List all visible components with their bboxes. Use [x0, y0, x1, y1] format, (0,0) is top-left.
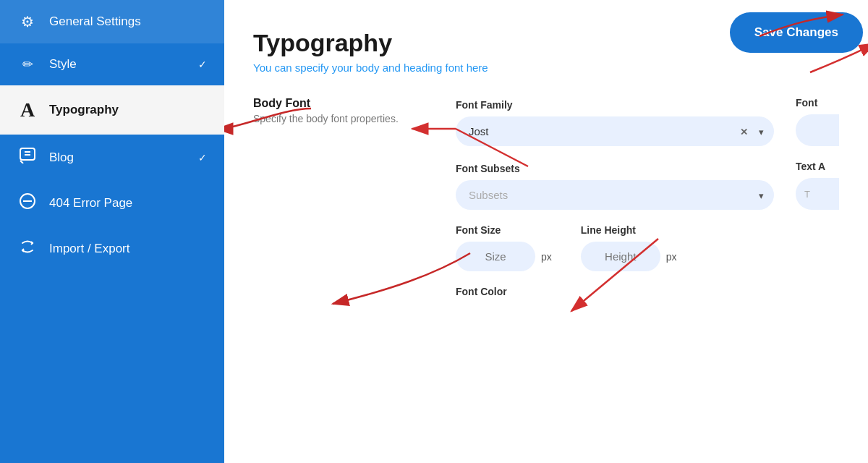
save-changes-button[interactable]: Save Changes [730, 12, 863, 53]
sidebar-item-404-error-page[interactable]: 404 Error Page [0, 180, 224, 226]
font-family-label: Font Family [456, 99, 774, 111]
svg-line-1 [20, 161, 23, 163]
sidebar-item-label: Blog [49, 150, 187, 165]
sidebar-item-label: General Settings [49, 14, 207, 29]
chevron-down-icon: ✓ [198, 152, 207, 163]
font-family-clear-icon[interactable]: ✕ [740, 126, 748, 137]
import-export-icon [17, 239, 38, 258]
body-font-title: Body Font [253, 97, 412, 110]
font-color-label: Font Color [456, 286, 839, 297]
sidebar-item-blog[interactable]: Blog ✓ [0, 135, 224, 180]
text-align-partial: T [796, 178, 839, 210]
font-family-select[interactable]: Jost Roboto Open Sans [456, 116, 774, 146]
font-size-input[interactable] [456, 242, 535, 271]
font-controls: Font Family Jost Roboto Open Sans ✕ ▾ Fo… [456, 97, 839, 297]
sidebar-item-label: 404 Error Page [49, 196, 207, 211]
font-family-group: Font Family Jost Roboto Open Sans ✕ ▾ [456, 99, 774, 146]
sidebar-item-import-export[interactable]: Import / Export [0, 226, 224, 271]
page-subtitle: You can specify your body and heading fo… [253, 61, 839, 74]
pencil-icon: ✏ [17, 56, 38, 72]
line-height-group: Line Height px [581, 224, 677, 271]
body-font-label-block: Body Font Specify the body font properti… [253, 97, 412, 124]
sidebar: ⚙ General Settings ✏ Style ✓ A Typograph… [0, 0, 224, 463]
font-subsets-select[interactable]: Subsets Latin Cyrillic [456, 180, 774, 210]
font-right-label: Font [796, 97, 839, 109]
font-size-input-row: px [456, 242, 552, 271]
font-size-label: Font Size [456, 224, 552, 236]
sidebar-item-label: Style [49, 57, 187, 72]
font-size-group: Font Size px [456, 224, 552, 271]
blog-icon [17, 148, 38, 167]
text-align-label: Text A [796, 161, 839, 172]
sidebar-item-typography[interactable]: A Typography [0, 85, 224, 135]
font-size-unit: px [541, 251, 552, 263]
font-subsets-group: Font Subsets Subsets Latin Cyrillic ▾ [456, 163, 774, 210]
line-height-label: Line Height [581, 224, 677, 236]
body-font-description: Specify the body font properties. [253, 113, 412, 124]
chevron-down-icon: ✓ [198, 59, 207, 70]
sidebar-item-style[interactable]: ✏ Style ✓ [0, 43, 224, 85]
sidebar-item-general-settings[interactable]: ⚙ General Settings [0, 0, 224, 43]
sidebar-item-label: Import / Export [49, 242, 207, 256]
main-content: Save Changes Typography You can specify … [224, 0, 868, 463]
font-right-partial [796, 114, 839, 146]
gear-icon: ⚙ [17, 13, 38, 30]
line-height-input[interactable] [581, 242, 660, 271]
line-height-unit: px [666, 251, 677, 263]
error-page-icon [17, 193, 38, 213]
sidebar-item-label: Typography [49, 103, 119, 117]
size-row: Font Size px Line Height px [456, 224, 839, 271]
typography-icon: A [17, 98, 38, 122]
body-font-section: Body Font Specify the body font properti… [253, 97, 839, 297]
text-align-partial-group: Text A T [796, 161, 839, 210]
line-height-input-row: px [581, 242, 677, 271]
font-subsets-label: Font Subsets [456, 163, 774, 174]
font-subsets-select-wrapper: Subsets Latin Cyrillic ▾ [456, 180, 774, 210]
font-family-select-wrapper: Jost Roboto Open Sans ✕ ▾ [456, 116, 774, 146]
font-right-partial-group: Font [796, 97, 839, 146]
